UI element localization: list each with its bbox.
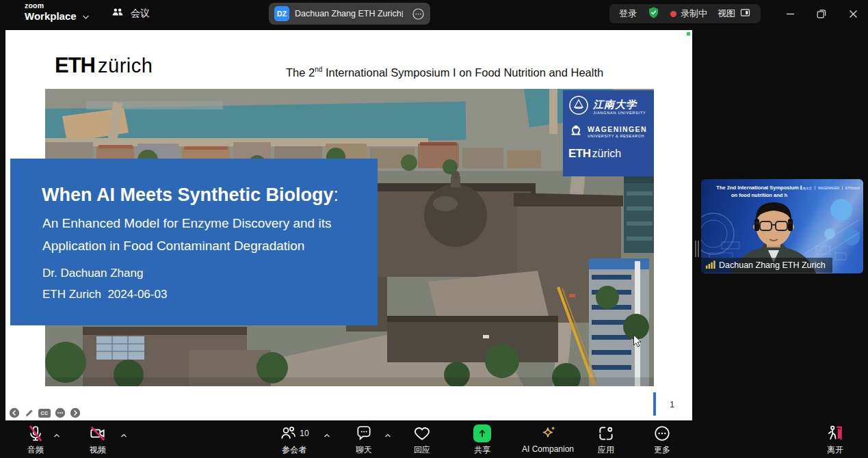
slide-subtitle-line2: Application in Food Contaminant Degradat… [42,239,304,254]
share-button[interactable]: 共享 [473,424,491,456]
eth-white-bold: ETH [568,147,591,160]
wageningen-icon [568,123,583,141]
recording-indicator[interactable]: 录制中 [670,8,707,20]
audio-label: 音频 [27,444,44,456]
audio-options-chevron[interactable] [53,429,60,441]
reactions-label: 回应 [414,444,430,456]
header-pre: The 2 [286,66,315,79]
close-button[interactable] [847,8,859,20]
leave-label: 离开 [827,444,843,456]
wageningen-main-text: WAGENINGEN [588,126,647,133]
mic-muted-icon [27,425,44,442]
security-shield-icon[interactable] [647,6,660,22]
participants-button[interactable]: 10 参会者 [279,424,308,456]
meeting-title-pill[interactable]: DZ Dachuan Zhang ETH Zurich的屏幕 [269,3,430,25]
eth-logo-bold: ETH [55,53,95,77]
thumb-bg-title: The 2nd International Symposium Ⅰ on foo… [712,184,806,200]
heart-icon [413,425,431,442]
view-label: 视图 [718,8,735,20]
thumb-logo-jiangnan: 江南大学 [800,187,812,190]
jiangnan-cn-text: 江南大学 [593,99,646,109]
share-border-handle[interactable] [686,31,691,36]
login-button[interactable]: 登录 [619,8,637,20]
thumb-logo-wageningen: WAGENINGEN [818,187,839,190]
audio-level-icon [705,259,715,272]
thumb-logo-eth: ETHzürich [845,187,860,190]
meeting-info-ellipsis-icon[interactable] [412,8,425,21]
more-button[interactable]: 更多 [653,424,671,456]
video-button[interactable]: 视频 [89,424,107,456]
meeting-toolbar: 音频 视频 10 参会者 聊天 回应 共享 [0,420,868,458]
thumb-bg-title-line1: The 2nd International Symposium Ⅰ [712,184,806,191]
header-sup: nd [315,66,322,73]
more-label: 更多 [654,444,670,456]
people-icon [111,5,124,21]
meeting-tab-label: 会议 [131,8,150,20]
minimize-button[interactable] [784,8,796,20]
eth-white-logo: ETHzürich [568,147,648,161]
captions-button[interactable]: CC [38,409,51,418]
tab-meeting[interactable]: 会议 [111,5,150,21]
slide-scroll-indicator[interactable] [653,392,656,416]
participants-options-chevron[interactable] [324,429,330,441]
titlebar-status-group: 登录 录制中 视图 [609,4,761,23]
slide-subtitle-line1: An Enhanced Model for Enzyme Discovery a… [42,216,331,231]
content-area: ETHzürich The 2nd International Symposiu… [0,27,868,420]
chat-button[interactable]: 聊天 [355,424,373,456]
more-ellipsis-icon [653,425,671,442]
apps-icon [597,425,615,442]
slideshow-more-button[interactable] [55,407,66,418]
leave-door-icon [826,425,844,442]
chevron-down-icon[interactable] [82,10,90,23]
participants-icon [279,425,297,442]
slide-author: Dr. Dachuan Zhang [42,267,143,280]
share-screen-icon [473,425,491,442]
recording-label: 录制中 [681,8,707,20]
chat-options-chevron[interactable] [384,429,391,441]
meeting-avatar-badge: DZ [274,6,289,21]
video-panel-drag-handle[interactable] [695,234,700,263]
eth-logo-light: zürich [98,55,153,77]
pen-tool-icon[interactable] [24,408,34,418]
eth-white-light: zürich [592,148,622,159]
slide-title-box: When AI Meets Synthetic Biology: An Enha… [10,159,378,325]
jiangnan-logo: 江南大学 JIANGNAN UNIVERSITY [568,95,648,118]
leave-button[interactable]: 离开 [826,424,844,456]
restore-button[interactable] [815,8,828,20]
thumb-bg-logos: 江南大学 WAGENINGEN ETHzürich [800,186,860,190]
presentation-controls: CC [9,407,81,418]
chat-icon [355,425,373,442]
meeting-title: Dachuan Zhang ETH Zurich的屏幕 [295,8,403,20]
jiangnan-en-text: JIANGNAN UNIVERSITY [593,111,646,115]
previous-slide-button[interactable] [9,407,20,418]
workplace-logo-text: Workplace [25,11,77,21]
participants-count: 10 [300,429,308,438]
speaker-name-bar: Dachuan Zhang ETH Zurich [701,258,832,273]
camera-muted-icon [89,425,107,442]
next-slide-button[interactable] [70,407,81,418]
slide-title: When AI Meets Synthetic Biology: [42,185,339,206]
participants-label: 参会者 [282,444,306,456]
apps-button[interactable]: 应用 [597,424,615,456]
jiangnan-seal-icon [568,95,589,118]
zoom-window: zoom Workplace 会议 DZ Dachuan Zhang ETH Z… [0,0,868,458]
ai-companion-button[interactable]: AI Companion [522,424,574,454]
slide-title-colon: : [334,185,339,205]
audio-button[interactable]: 音频 [27,424,44,456]
chat-label: 聊天 [356,444,372,456]
slide-affiliation-date: ETH Zurich 2024-06-03 [42,288,167,301]
video-label: 视频 [90,444,106,456]
eth-zurich-logo: ETHzürich [55,53,153,78]
record-dot-icon [670,11,676,17]
reactions-button[interactable]: 回应 [413,424,431,456]
ai-companion-label: AI Companion [522,444,574,454]
slide-title-text: When AI Meets Synthetic Biology [42,185,334,205]
share-label: 共享 [474,444,490,456]
video-options-chevron[interactable] [120,429,127,441]
zoom-logo-text: zoom [25,2,77,10]
symposium-header-title: The 2nd International Symposium I on Foo… [286,66,603,79]
speaker-video-thumbnail[interactable]: The 2nd International Symposium Ⅰ on foo… [701,179,863,273]
slide-page-number: 1 [670,399,674,409]
view-layout-icon [739,7,751,21]
view-button[interactable]: 视图 [718,7,751,21]
